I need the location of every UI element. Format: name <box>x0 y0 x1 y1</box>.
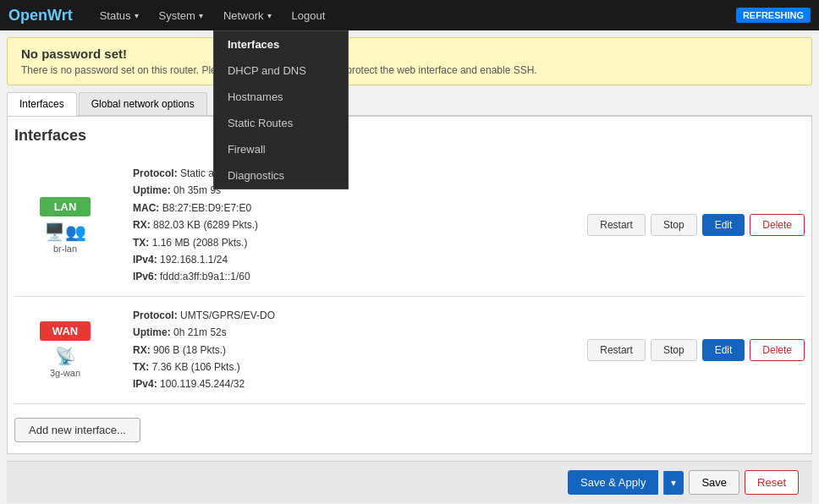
tab-global-network-options[interactable]: Global network options <box>79 92 207 115</box>
lan-delete-button[interactable]: Delete <box>750 214 805 236</box>
lan-stop-button[interactable]: Stop <box>651 214 697 236</box>
page-title: Interfaces <box>14 127 805 145</box>
lan-edit-button[interactable]: Edit <box>702 214 745 236</box>
dropdown-item-firewall[interactable]: Firewall <box>214 136 348 162</box>
wan-restart-button[interactable]: Restart <box>587 339 646 361</box>
wan-delete-button[interactable]: Delete <box>750 339 805 361</box>
save-apply-dropdown-button[interactable]: ▾ <box>663 471 684 495</box>
warning-banner: No password set! There is no password se… <box>7 37 812 85</box>
footer-bar: Save & Apply ▾ Save Reset <box>7 461 812 503</box>
reset-button[interactable]: Reset <box>745 470 799 495</box>
tabs-bar: Interfaces Global network options <box>7 92 812 116</box>
wan-actions: Restart Stop Edit Delete <box>587 339 805 361</box>
lan-actions: Restart Stop Edit Delete <box>587 214 805 236</box>
nav-system-arrow: ▾ <box>199 11 203 20</box>
nav-logout[interactable]: Logout <box>282 0 336 30</box>
lan-ipv6: fddd:a3ff:b9a1::1/60 <box>160 271 250 282</box>
network-dropdown: Interfaces DHCP and DNS Hostnames Static… <box>213 30 349 189</box>
nav-system[interactable]: System ▾ <box>149 0 213 30</box>
wan-ipv4: 100.119.45.244/32 <box>160 378 245 390</box>
save-apply-button[interactable]: Save & Apply <box>568 470 658 495</box>
wan-uptime: 0h 21m 52s <box>173 326 227 338</box>
lan-badge: LAN <box>40 197 91 216</box>
interface-card-wan: WAN 📡 3g-wan <box>14 321 116 378</box>
lan-ipv4: 192.168.1.1/24 <box>160 254 228 266</box>
wan-info: Protocol: UMTS/GPRS/EV-DO Uptime: 0h 21m… <box>133 307 587 393</box>
nav-system-label: System <box>159 9 195 22</box>
nav-status-label: Status <box>100 9 131 22</box>
wan-badge: WAN <box>40 321 91 341</box>
interface-card-lan: LAN 🖥️👥 br-lan <box>14 197 116 254</box>
brand-text: OpenWrt <box>8 7 73 24</box>
wan-protocol: UMTS/GPRS/EV-DO <box>180 310 275 321</box>
save-button[interactable]: Save <box>689 470 739 495</box>
tab-interfaces[interactable]: Interfaces <box>7 92 77 116</box>
content-area: Interfaces LAN 🖥️👥 br-lan Protocol: Stat… <box>7 116 812 454</box>
wan-rx: 906 B (18 Pkts.) <box>153 344 226 356</box>
wan-device-name: 3g-wan <box>14 368 116 378</box>
nav-network-arrow: ▾ <box>267 11 272 20</box>
dropdown-item-diagnostics[interactable]: Diagnostics <box>214 162 348 189</box>
interface-row-wan: WAN 📡 3g-wan Protocol: UMTS/GPRS/EV-DO U… <box>14 297 805 404</box>
dropdown-item-static-routes[interactable]: Static Routes <box>214 110 348 136</box>
nav-status[interactable]: Status ▾ <box>90 0 149 30</box>
lan-tx: 1.16 MB (2088 Pkts.) <box>152 237 248 249</box>
wan-stop-button[interactable]: Stop <box>651 339 697 361</box>
navbar: OpenWrt Status ▾ System ▾ Network ▾ Inte… <box>0 0 819 30</box>
wan-edit-button[interactable]: Edit <box>702 339 745 361</box>
nav-network-label: Network <box>223 9 264 22</box>
nav-network[interactable]: Network ▾ Interfaces DHCP and DNS Hostna… <box>213 0 282 30</box>
refreshing-badge: REFRESHING <box>736 8 811 23</box>
lan-device-name: br-lan <box>14 244 116 254</box>
dropdown-item-hostnames[interactable]: Hostnames <box>214 84 348 110</box>
lan-mac: B8:27:EB:D9:E7:E0 <box>162 202 251 214</box>
lan-rx: 882.03 KB (6289 Pkts.) <box>153 219 258 231</box>
warning-title: No password set! <box>21 47 798 61</box>
nav-status-arrow: ▾ <box>135 11 139 20</box>
interface-row-lan: LAN 🖥️👥 br-lan Protocol: Static address … <box>14 155 805 297</box>
add-interface-button[interactable]: Add new interface... <box>14 418 140 442</box>
dropdown-item-dhcp-dns[interactable]: DHCP and DNS <box>214 58 348 84</box>
wan-tx: 7.36 KB (106 Pkts.) <box>152 361 240 373</box>
wan-icons: 📡 <box>14 346 116 366</box>
warning-message: There is no password set on this router.… <box>21 64 798 76</box>
nav-logout-label: Logout <box>292 9 326 22</box>
lan-icons: 🖥️👥 <box>14 222 116 242</box>
dropdown-item-interfaces[interactable]: Interfaces <box>214 31 348 58</box>
lan-info: Protocol: Static address Uptime: 0h 35m … <box>133 165 587 286</box>
lan-restart-button[interactable]: Restart <box>587 214 646 236</box>
app-brand: OpenWrt <box>8 7 73 25</box>
